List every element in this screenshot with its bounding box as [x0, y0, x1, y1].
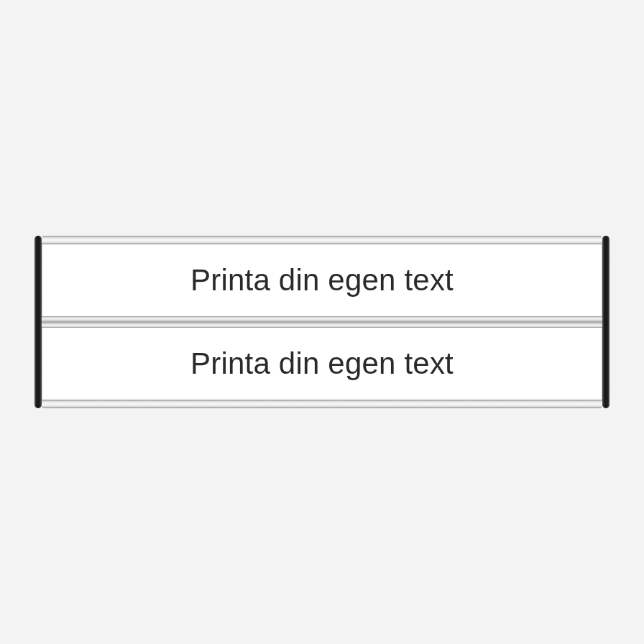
end-cap-right — [602, 236, 610, 408]
end-cap-left — [34, 236, 42, 408]
rail-top — [42, 236, 602, 244]
rail-middle — [42, 316, 602, 328]
sign-frame: Printa din egen text Printa din egen tex… — [34, 236, 610, 408]
sign-panel: Printa din egen text — [42, 244, 602, 316]
panel-text: Printa din egen text — [190, 263, 454, 298]
panel-text: Printa din egen text — [190, 346, 454, 381]
sign-panel: Printa din egen text — [42, 328, 602, 400]
rail-bottom — [42, 400, 602, 408]
